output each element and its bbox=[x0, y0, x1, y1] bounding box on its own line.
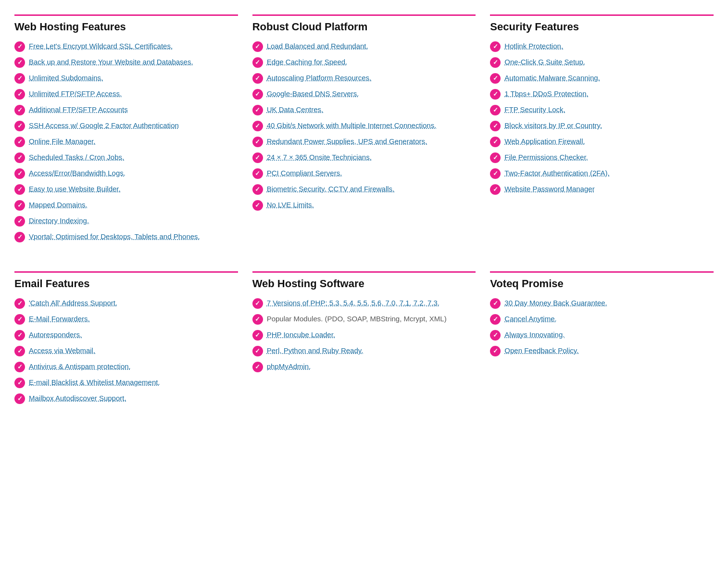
feature-link-web-hosting-features-1[interactable]: Back up and Restore Your Website and Dat… bbox=[29, 57, 193, 67]
feature-link-email-features-1[interactable]: E-Mail Forwarders. bbox=[29, 314, 90, 324]
feature-link-robust-cloud-platform-1[interactable]: Edge Caching for Speed. bbox=[267, 57, 348, 67]
feature-link-voteq-promise-2[interactable]: Always Innovating. bbox=[504, 329, 565, 340]
list-item: Easy to use Website Builder. bbox=[14, 184, 238, 195]
checkmark-icon bbox=[490, 89, 501, 100]
list-item: Online File Manager. bbox=[14, 136, 238, 147]
list-item: phpMyAdmin. bbox=[252, 361, 476, 372]
feature-link-security-features-5[interactable]: Block visitors by IP or Country. bbox=[504, 120, 602, 130]
list-item: FTP Security Lock. bbox=[490, 104, 714, 115]
checkmark-icon bbox=[14, 330, 25, 341]
feature-link-web-hosting-features-11[interactable]: Directory Indexing. bbox=[29, 215, 89, 226]
feature-link-web-hosting-features-8[interactable]: Access/Error/Bandwidth Logs. bbox=[29, 168, 126, 178]
checkmark-icon bbox=[14, 378, 25, 388]
list-item: Additional FTP/SFTP Accounts bbox=[14, 104, 238, 115]
feature-link-web-hosting-features-4[interactable]: Additional FTP/SFTP Accounts bbox=[29, 104, 128, 114]
checkmark-icon bbox=[490, 73, 501, 84]
feature-link-email-features-5[interactable]: E-mail Blacklist & Whitelist Management. bbox=[29, 377, 160, 387]
feature-link-email-features-3[interactable]: Access via Webmail. bbox=[29, 345, 95, 355]
feature-link-robust-cloud-platform-9[interactable]: Biometric Security, CCTV and Firewalls. bbox=[267, 184, 395, 194]
checkmark-icon bbox=[252, 330, 263, 341]
feature-link-web-hosting-features-9[interactable]: Easy to use Website Builder. bbox=[29, 184, 121, 194]
feature-link-security-features-8[interactable]: Two-Factor Authentication (2FA). bbox=[504, 168, 609, 178]
checkmark-icon bbox=[14, 314, 25, 325]
feature-link-web-hosting-software-2[interactable]: PHP Ioncube Loader. bbox=[267, 329, 335, 340]
section-web-hosting-features: Web Hosting FeaturesFree Let's Encrypt W… bbox=[14, 10, 238, 247]
feature-link-robust-cloud-platform-4[interactable]: UK Data Centres. bbox=[267, 104, 324, 114]
feature-link-email-features-6[interactable]: Mailbox Autodiscover Support. bbox=[29, 393, 126, 403]
feature-link-email-features-2[interactable]: Autoresponders. bbox=[29, 329, 82, 340]
feature-link-voteq-promise-3[interactable]: Open Feedback Policy. bbox=[504, 345, 578, 355]
feature-link-robust-cloud-platform-5[interactable]: 40 Gbit/s Network with Multiple Internet… bbox=[267, 120, 437, 130]
list-item: E-mail Blacklist & Whitelist Management. bbox=[14, 377, 238, 388]
feature-link-web-hosting-software-3[interactable]: Perl, Python and Ruby Ready. bbox=[267, 345, 364, 355]
list-item: 40 Gbit/s Network with Multiple Internet… bbox=[252, 120, 476, 131]
feature-link-security-features-9[interactable]: Website Password Manager bbox=[504, 184, 594, 194]
feature-link-web-hosting-software-0[interactable]: 7 Versions of PHP: 5.3, 5.4, 5.5, 5.6, 7… bbox=[267, 298, 439, 308]
feature-link-email-features-0[interactable]: 'Catch All' Address Support. bbox=[29, 298, 117, 308]
feature-link-web-hosting-features-6[interactable]: Online File Manager. bbox=[29, 136, 95, 146]
features-grid: Web Hosting FeaturesFree Let's Encrypt W… bbox=[14, 10, 714, 409]
checkmark-icon bbox=[490, 330, 501, 341]
section-title-robust-cloud-platform: Robust Cloud Platform bbox=[252, 14, 476, 33]
feature-link-security-features-1[interactable]: One-Click G Suite Setup. bbox=[504, 57, 585, 67]
list-item: Load Balanced and Redundant. bbox=[252, 41, 476, 52]
list-item: 1 Tbps+ DDoS Protection. bbox=[490, 89, 714, 100]
feature-link-robust-cloud-platform-10[interactable]: No LVE Limits. bbox=[267, 200, 314, 210]
list-item: No LVE Limits. bbox=[252, 200, 476, 211]
feature-link-robust-cloud-platform-6[interactable]: Redundant Power Supplies, UPS and Genera… bbox=[267, 136, 427, 146]
list-item: PCI Compliant Servers. bbox=[252, 168, 476, 179]
feature-link-security-features-2[interactable]: Automatic Malware Scanning. bbox=[504, 73, 600, 83]
feature-link-robust-cloud-platform-8[interactable]: PCI Compliant Servers. bbox=[267, 168, 342, 178]
checkmark-icon bbox=[14, 121, 25, 131]
section-title-email-features: Email Features bbox=[14, 271, 238, 290]
feature-link-web-hosting-features-10[interactable]: Mapped Domains. bbox=[29, 200, 88, 210]
checkmark-icon bbox=[252, 57, 263, 68]
checkmark-icon bbox=[14, 57, 25, 68]
checkmark-icon bbox=[252, 137, 263, 147]
section-security-features: Security FeaturesHotlink Protection.One-… bbox=[490, 10, 714, 247]
feature-list-email-features: 'Catch All' Address Support.E-Mail Forwa… bbox=[14, 298, 238, 404]
list-item: 'Catch All' Address Support. bbox=[14, 298, 238, 309]
list-item: 7 Versions of PHP: 5.3, 5.4, 5.5, 5.6, 7… bbox=[252, 298, 476, 309]
checkmark-icon bbox=[490, 152, 501, 163]
checkmark-icon bbox=[14, 89, 25, 100]
feature-link-web-hosting-features-2[interactable]: Unlimited Subdomains. bbox=[29, 73, 103, 83]
feature-link-web-hosting-software-4[interactable]: phpMyAdmin. bbox=[267, 361, 311, 371]
checkmark-icon bbox=[14, 216, 25, 227]
list-item: Automatic Malware Scanning. bbox=[490, 73, 714, 84]
checkmark-icon bbox=[14, 200, 25, 211]
feature-link-voteq-promise-0[interactable]: 30 Day Money Back Guarantee. bbox=[504, 298, 607, 308]
feature-link-web-hosting-features-7[interactable]: Scheduled Tasks / Cron Jobs. bbox=[29, 152, 124, 162]
feature-link-web-hosting-features-0[interactable]: Free Let's Encrypt Wildcard SSL Certific… bbox=[29, 41, 173, 51]
checkmark-icon bbox=[490, 184, 501, 195]
checkmark-icon bbox=[14, 152, 25, 163]
checkmark-icon bbox=[490, 168, 501, 179]
feature-link-web-hosting-features-5[interactable]: SSH Access w/ Google 2 Factor Authentica… bbox=[29, 120, 179, 130]
section-email-features: Email Features'Catch All' Address Suppor… bbox=[14, 266, 238, 409]
section-title-web-hosting-features: Web Hosting Features bbox=[14, 14, 238, 33]
feature-link-security-features-6[interactable]: Web Application Firewall. bbox=[504, 136, 585, 146]
feature-link-security-features-4[interactable]: FTP Security Lock. bbox=[504, 104, 565, 114]
checkmark-icon bbox=[490, 105, 501, 115]
feature-link-security-features-7[interactable]: File Permissions Checker. bbox=[504, 152, 588, 162]
checkmark-icon bbox=[14, 232, 25, 242]
feature-list-security-features: Hotlink Protection.One-Click G Suite Set… bbox=[490, 41, 714, 195]
list-item: Biometric Security, CCTV and Firewalls. bbox=[252, 184, 476, 195]
feature-link-email-features-4[interactable]: Antivirus & Antispam protection. bbox=[29, 361, 131, 371]
feature-link-robust-cloud-platform-7[interactable]: 24 × 7 × 365 Onsite Technicians. bbox=[267, 152, 372, 162]
feature-list-web-hosting-software: 7 Versions of PHP: 5.3, 5.4, 5.5, 5.6, 7… bbox=[252, 298, 476, 372]
feature-link-web-hosting-features-3[interactable]: Unlimited FTP/SFTP Access. bbox=[29, 89, 122, 99]
feature-link-robust-cloud-platform-2[interactable]: Autoscaling Platform Resources. bbox=[267, 73, 372, 83]
feature-link-robust-cloud-platform-3[interactable]: Google-Based DNS Servers. bbox=[267, 89, 359, 99]
feature-link-web-hosting-features-12[interactable]: Vportal: Optimised for Desktops, Tablets… bbox=[29, 231, 200, 241]
feature-link-security-features-3[interactable]: 1 Tbps+ DDoS Protection. bbox=[504, 89, 588, 99]
feature-link-voteq-promise-1[interactable]: Cancel Anytime. bbox=[504, 314, 556, 324]
list-item: Free Let's Encrypt Wildcard SSL Certific… bbox=[14, 41, 238, 52]
list-item: Google-Based DNS Servers. bbox=[252, 89, 476, 100]
checkmark-icon bbox=[14, 41, 25, 52]
feature-link-robust-cloud-platform-0[interactable]: Load Balanced and Redundant. bbox=[267, 41, 368, 51]
feature-link-security-features-0[interactable]: Hotlink Protection. bbox=[504, 41, 563, 51]
list-item: Directory Indexing. bbox=[14, 215, 238, 227]
list-item: Mailbox Autodiscover Support. bbox=[14, 393, 238, 404]
checkmark-icon bbox=[14, 298, 25, 309]
